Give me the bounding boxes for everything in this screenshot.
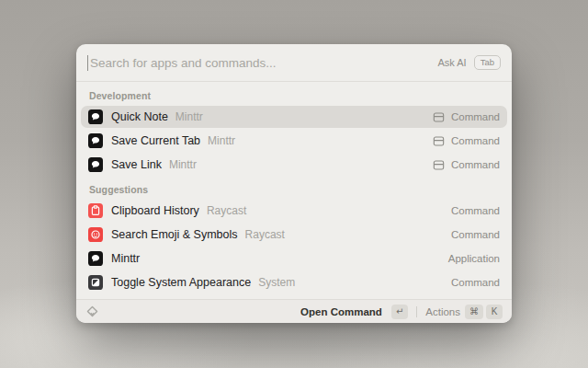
item-subtitle: Minttr <box>175 110 203 123</box>
tab-key-badge: Tab <box>474 55 501 70</box>
item-title: Save Current Tab <box>111 134 200 147</box>
item-type-label: Command <box>451 111 500 122</box>
open-command-button[interactable]: Open Command <box>300 306 382 317</box>
command-window-icon <box>432 158 446 172</box>
minttr-icon <box>88 157 103 172</box>
raycast-logo-icon <box>85 305 99 318</box>
item-subtitle: System <box>258 276 295 289</box>
item-type-label: Command <box>451 135 500 146</box>
item-title: Search Emoji & Symbols <box>111 228 238 241</box>
item-subtitle: Raycast <box>207 204 246 217</box>
text-caret <box>87 55 88 71</box>
list-item[interactable]: Quick NoteMinttrCommand <box>81 106 507 128</box>
item-title: Toggle System Appearance <box>111 276 251 289</box>
list-item[interactable]: Save LinkMinttrCommand <box>81 154 507 176</box>
list-item[interactable]: Save Current TabMinttrCommand <box>81 130 507 152</box>
raycast-launcher-window: Ask AI Tab DevelopmentQuick NoteMinttrCo… <box>76 44 512 323</box>
minttr-icon <box>88 109 103 124</box>
item-subtitle: Raycast <box>245 228 285 241</box>
item-title: Minttr <box>111 252 140 265</box>
list-item[interactable]: MinttrApplication <box>81 247 507 270</box>
return-key-badge: ↵ <box>391 305 408 319</box>
ask-ai-label[interactable]: Ask AI <box>437 57 466 68</box>
command-window-icon <box>432 110 446 124</box>
item-subtitle: Minttr <box>208 134 235 147</box>
command-window-icon <box>432 134 446 148</box>
list-item[interactable]: Toggle System AppearanceSystemCommand <box>81 271 507 293</box>
clipboard-icon <box>88 203 103 218</box>
section-header: Suggestions <box>81 178 507 200</box>
item-type-label: Command <box>451 159 500 170</box>
minttr-icon <box>88 133 103 148</box>
search-input[interactable] <box>90 56 432 70</box>
section-header: Development <box>81 84 507 106</box>
item-type-label: Command <box>451 229 500 240</box>
item-type-label: Command <box>451 277 500 288</box>
footer-divider <box>416 306 417 317</box>
emoji-icon <box>88 227 103 242</box>
item-title: Save Link <box>111 158 162 171</box>
k-key-badge: K <box>486 305 503 319</box>
command-key-badge: ⌘ <box>465 305 483 319</box>
item-title: Clipboard History <box>111 204 199 217</box>
actions-button[interactable]: Actions <box>425 306 460 317</box>
item-type-label: Command <box>451 205 500 216</box>
item-type-label: Application <box>448 253 500 264</box>
list-item[interactable]: Clipboard HistoryRaycastCommand <box>81 200 507 222</box>
item-title: Quick Note <box>111 110 168 123</box>
footer-bar: Open Command ↵ Actions ⌘ K <box>76 299 512 323</box>
results-list: DevelopmentQuick NoteMinttrCommandSave C… <box>76 82 512 299</box>
search-bar: Ask AI Tab <box>76 44 512 82</box>
list-item[interactable]: Search Emoji & SymbolsRaycastCommand <box>81 224 507 246</box>
minttr-icon <box>88 251 103 266</box>
item-subtitle: Minttr <box>169 158 197 171</box>
appearance-icon <box>88 275 103 290</box>
